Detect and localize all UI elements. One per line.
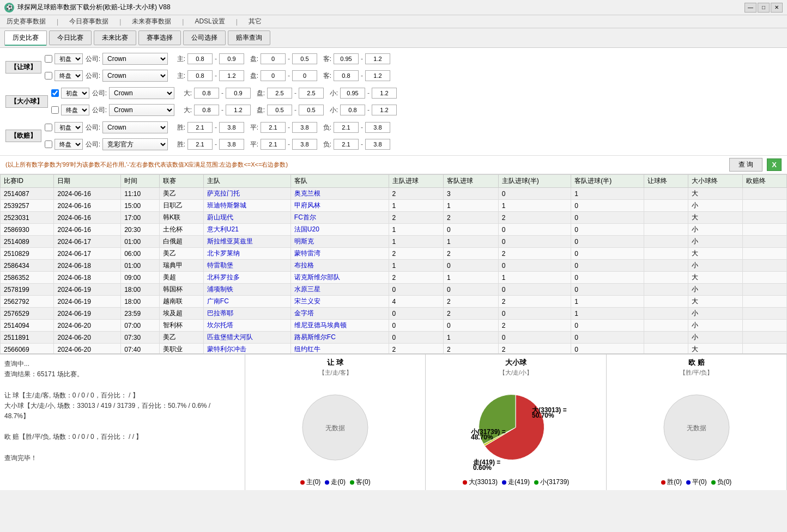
daxiaoqiu-1-big-min[interactable] bbox=[194, 88, 219, 99]
log-line-1: 查询中... bbox=[4, 359, 240, 369]
oupe-1-lose-min[interactable] bbox=[334, 122, 359, 133]
daxiaoqiu-2-pan-max[interactable] bbox=[299, 105, 324, 115]
close-button[interactable]: ✕ bbox=[771, 3, 783, 13]
menu-future[interactable]: 未来赛事数据 bbox=[130, 16, 173, 27]
daxiaoqiu-1-checkbox[interactable] bbox=[51, 89, 59, 97]
ranqiu-1-company[interactable]: Crown bbox=[102, 53, 168, 65]
oupe-2-win-min[interactable] bbox=[187, 139, 213, 150]
oupe-2-checkbox[interactable] bbox=[45, 140, 52, 148]
daxiaoqiu-2-sep2: - bbox=[294, 106, 296, 114]
ranqiu-2-pan-min[interactable] bbox=[261, 70, 286, 81]
table-cell: 北卡罗莱纳 bbox=[203, 248, 290, 260]
btn-history-match[interactable]: 历史比赛 bbox=[4, 30, 47, 46]
oupe-1-win-min[interactable] bbox=[187, 122, 213, 133]
daxiaoqiu-2-small-min[interactable] bbox=[340, 105, 365, 115]
table-cell bbox=[644, 320, 688, 332]
log-line-10: 查询完毕！ bbox=[4, 453, 240, 463]
ranqiu-2-away-min[interactable] bbox=[334, 70, 359, 81]
daxiaoqiu-1-small-min[interactable] bbox=[340, 88, 365, 99]
ranqiu-1-away-max[interactable] bbox=[365, 53, 390, 64]
daxiaoqiu-2-pan-type[interactable]: 终盘初盘 bbox=[61, 105, 89, 115]
oupe-chart-content: 无数据 bbox=[610, 379, 783, 475]
oupe-2-draw-label: 平: bbox=[246, 140, 258, 149]
daxiaoqiu-2-big-max[interactable] bbox=[226, 105, 251, 115]
table-cell: 2024-06-17 bbox=[54, 248, 121, 260]
table-cell: 0 bbox=[571, 260, 644, 272]
btn-event-select[interactable]: 赛事选择 bbox=[138, 30, 181, 45]
oupe-2-lose-max[interactable] bbox=[365, 139, 390, 150]
daxiaoqiu-1-pan-max[interactable] bbox=[299, 88, 324, 99]
daxiaoqiu-2-company[interactable]: Crown bbox=[109, 104, 174, 116]
ranqiu-2-home-min[interactable] bbox=[187, 70, 213, 81]
daxiaoqiu-2-small-max[interactable] bbox=[372, 105, 397, 115]
btn-odds-query[interactable]: 赔率查询 bbox=[228, 30, 270, 45]
table-cell: 广南FC bbox=[203, 296, 290, 308]
title-bar: ⚽ 球探网足球赔率数据下载分析(欧赔-让球-大小球) V88 — □ ✕ bbox=[0, 0, 787, 15]
daxiaoqiu-2-big-min[interactable] bbox=[194, 105, 219, 115]
query-button[interactable]: 查 询 bbox=[729, 158, 762, 172]
table-cell: 浦项制铁 bbox=[203, 284, 290, 296]
excel-button[interactable]: X bbox=[767, 158, 782, 171]
oupe-1-checkbox[interactable] bbox=[45, 124, 52, 131]
ranqiu-2-home-max[interactable] bbox=[219, 70, 244, 81]
oupe-1-pan-type[interactable]: 初盘终盘 bbox=[55, 122, 83, 133]
table-cell: 1 bbox=[571, 188, 644, 200]
ranqiu-legend-away: 客(0) bbox=[350, 478, 371, 487]
ranqiu-2-pan-type[interactable]: 终盘初盘 bbox=[55, 70, 83, 81]
daxiaoqiu-1-big-max[interactable] bbox=[226, 88, 251, 99]
ranqiu-1-pan-max[interactable] bbox=[292, 53, 317, 64]
table-cell: 07:40 bbox=[121, 344, 160, 354]
daxiaoqiu-legend-walk: 走(419) bbox=[502, 478, 530, 487]
minimize-button[interactable]: — bbox=[744, 3, 756, 13]
table-cell: 水原三星 bbox=[290, 284, 389, 296]
ranqiu-2-checkbox[interactable] bbox=[45, 72, 52, 80]
menu-today[interactable]: 今日赛事数据 bbox=[67, 16, 111, 27]
daxiaoqiu-1-pan-min[interactable] bbox=[267, 88, 292, 99]
oupe-2-pan-type[interactable]: 终盘初盘 bbox=[55, 139, 83, 150]
daxiaoqiu-2-checkbox[interactable] bbox=[51, 106, 59, 114]
oupe-legend-draw: 平(0) bbox=[686, 478, 707, 487]
daxiaoqiu-1-company[interactable]: Crown bbox=[109, 87, 174, 99]
oupe-2-lose-min[interactable] bbox=[334, 139, 359, 150]
data-table: 比赛ID 日期 时间 联赛 主队 客队 主队进球 客队进球 主队进球(半) 客队… bbox=[0, 174, 787, 354]
table-cell: 小 bbox=[688, 308, 743, 320]
menu-adsl[interactable]: ADSL设置 bbox=[192, 16, 227, 27]
oupe-1-lose-max[interactable] bbox=[365, 122, 390, 133]
ranqiu-1-pan-min[interactable] bbox=[261, 53, 286, 64]
btn-today-match[interactable]: 今日比赛 bbox=[49, 30, 92, 45]
ranqiu-2-company[interactable]: Crown bbox=[102, 70, 168, 82]
ranqiu-1-pan-type[interactable]: 初盘终盘 bbox=[55, 53, 83, 64]
ranqiu-1-checkbox[interactable] bbox=[45, 55, 52, 63]
ranqiu-1-home-min[interactable] bbox=[187, 53, 213, 64]
table-cell bbox=[644, 188, 688, 200]
table-row: 25864342024-06-1801:00瑞典甲特雷勒堡布拉格1000小 bbox=[1, 260, 787, 272]
oupe-1-draw-max[interactable] bbox=[292, 122, 317, 133]
maximize-button[interactable]: □ bbox=[758, 3, 770, 13]
menu-history[interactable]: 历史赛事数据 bbox=[4, 16, 48, 27]
daxiaoqiu-1-small-max[interactable] bbox=[372, 88, 397, 99]
table-cell bbox=[743, 308, 787, 320]
oupe-2-company[interactable]: 竞彩官方Crown bbox=[102, 138, 168, 150]
menu-other[interactable]: 其它 bbox=[246, 16, 264, 27]
table-container[interactable]: 比赛ID 日期 时间 联赛 主队 客队 主队进球 客队进球 主队进球(半) 客队… bbox=[0, 174, 787, 354]
ranqiu-1-home-max[interactable] bbox=[219, 53, 244, 64]
daxiaoqiu-section: 【大小球】 初盘终盘 公司: Crown 大: - 盘: - bbox=[5, 85, 782, 118]
ranqiu-2-away-max[interactable] bbox=[365, 70, 390, 81]
oupe-2-draw-max[interactable] bbox=[292, 139, 317, 150]
oupe-1-win-max[interactable] bbox=[219, 122, 244, 133]
ranqiu-1-away-min[interactable] bbox=[334, 53, 359, 64]
daxiaoqiu-1-pan-type[interactable]: 初盘终盘 bbox=[61, 88, 89, 99]
daxiaoqiu-2-pan-min[interactable] bbox=[267, 105, 292, 115]
btn-company-select[interactable]: 公司选择 bbox=[183, 30, 226, 45]
ranqiu-2-pan-max[interactable] bbox=[292, 70, 317, 81]
table-cell: 1 bbox=[389, 260, 444, 272]
ranqiu-row-2: 终盘初盘 公司: Crown 主: - 盘: - 客: - bbox=[45, 70, 390, 82]
oupe-1-draw-min[interactable] bbox=[261, 122, 286, 133]
daxiaoqiu-chart-title: 大小球 bbox=[505, 358, 526, 368]
btn-future-match[interactable]: 未来比赛 bbox=[94, 30, 136, 45]
oupe-2-win-max[interactable] bbox=[219, 139, 244, 150]
oupe-2-draw-min[interactable] bbox=[261, 139, 286, 150]
title-bar-controls[interactable]: — □ ✕ bbox=[744, 3, 783, 13]
ranqiu-legend-home: 主(0) bbox=[300, 478, 321, 487]
oupe-1-company[interactable]: Crown bbox=[102, 121, 168, 133]
